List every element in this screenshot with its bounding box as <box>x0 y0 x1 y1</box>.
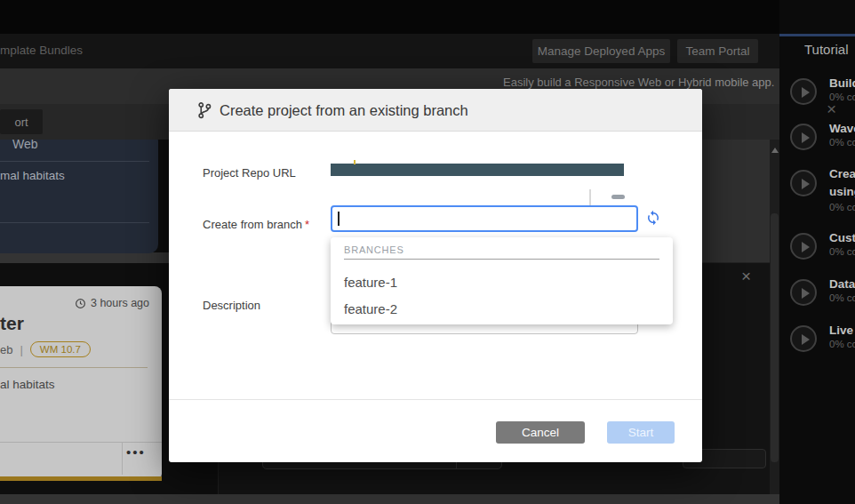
card-timestamp: 3 hours ago <box>75 297 149 309</box>
tagline-text: Easily build a Responsive Web or Hybrid … <box>503 76 774 89</box>
toolbar-button[interactable]: ort <box>0 109 43 134</box>
play-icon <box>790 170 817 196</box>
play-icon <box>790 78 817 105</box>
tutorial-item[interactable]: Live 0% co <box>779 324 855 366</box>
dialog-footer: Cancel Start <box>169 399 702 462</box>
cancel-button[interactable]: Cancel <box>496 421 585 444</box>
tutorial-item[interactable]: Crea using 0% co <box>779 167 855 224</box>
divider <box>0 367 148 368</box>
close-icon[interactable]: × <box>827 100 836 119</box>
more-options-icon[interactable]: ••• <box>126 444 146 460</box>
project-card[interactable]: 3 hours ago ter eb | WM 10.7 al habitats… <box>0 286 162 481</box>
popover-description: mal habitats <box>0 169 65 182</box>
tutorial-title: Cust <box>829 231 855 244</box>
tutorial-title: Wave <box>829 122 855 135</box>
dialog-title: Create project from an existing branch <box>220 89 468 132</box>
project-popover: Web mal habitats <box>0 132 158 253</box>
branches-dropdown: BRANCHES feature-1 feature-2 <box>331 237 673 324</box>
tutorial-sidebar: Tutorial Build 0% co Wave 0% co Crea usi… <box>779 0 855 504</box>
scroll-up-icon[interactable] <box>771 148 779 153</box>
tutorial-item[interactable]: Wave 0% co <box>779 122 855 164</box>
play-icon <box>790 124 817 150</box>
play-icon <box>790 279 817 306</box>
tutorial-progress: 0% co <box>829 292 855 303</box>
dropdown-option-feature-2[interactable]: feature-2 <box>331 296 673 323</box>
description-label: Description <box>203 299 260 312</box>
bottom-strip <box>0 494 779 504</box>
tutorial-item[interactable]: Cust 0% co <box>779 231 855 274</box>
app-screen: Do mplate Bundles Manage Deployed Apps T… <box>0 0 855 504</box>
create-project-dialog: Create project from an existing branch ×… <box>169 89 702 462</box>
play-icon <box>790 325 817 352</box>
divider <box>0 161 149 162</box>
branch-label: Create from branch* <box>203 218 309 231</box>
scrollbar-thumb[interactable] <box>771 213 779 462</box>
git-branch-icon <box>196 101 213 119</box>
divider <box>0 222 149 223</box>
dropdown-option-feature-1[interactable]: feature-1 <box>331 269 673 296</box>
card-meta-row: eb | WM 10.7 <box>0 341 91 357</box>
tutorial-progress: 0% co <box>829 339 855 349</box>
background-band <box>0 252 169 263</box>
tutorial-progress: 0% co <box>829 246 855 257</box>
required-marker: * <box>305 218 309 231</box>
page-scrollbar[interactable] <box>770 140 779 494</box>
card-highlight-border <box>0 476 162 481</box>
tutorial-item[interactable]: Build 0% co <box>779 76 855 119</box>
branch-input[interactable] <box>331 205 638 232</box>
tab-tutorial[interactable]: Tutorial <box>804 42 848 57</box>
scroll-dash-artifact <box>611 195 625 199</box>
divider <box>0 442 162 443</box>
clock-icon <box>75 298 86 309</box>
meta-separator: | <box>20 343 22 356</box>
repo-url-selected-text[interactable] <box>331 164 624 176</box>
close-icon[interactable]: × <box>741 267 751 286</box>
repo-url-label: Project Repo URL <box>203 166 296 180</box>
card-title: ter <box>0 313 24 334</box>
tutorial-item[interactable]: Data 0% co <box>779 277 855 320</box>
refresh-icon[interactable] <box>645 210 661 226</box>
text-cursor <box>338 212 340 226</box>
version-badge: WM 10.7 <box>30 341 91 357</box>
selection-artifact <box>354 160 356 164</box>
tutorial-title: Data <box>829 277 855 291</box>
card-timestamp-text: 3 hours ago <box>91 297 149 309</box>
tutorial-title: Live <box>829 324 853 337</box>
tutorial-progress: 0% co <box>829 202 855 212</box>
dialog-header: Create project from an existing branch × <box>169 89 702 132</box>
tutorial-title: Crea <box>829 167 855 180</box>
card-platform: eb <box>0 343 12 356</box>
play-icon <box>790 233 817 260</box>
tutorial-title: Build <box>829 76 855 90</box>
card-description: al habitats <box>0 378 55 391</box>
top-bar <box>0 0 855 34</box>
branch-label-text: Create from branch <box>203 218 302 231</box>
divider <box>122 442 123 475</box>
tutorial-title: using <box>829 185 855 198</box>
divider <box>344 259 659 260</box>
workspace-label: mplate Bundles <box>0 44 83 57</box>
dropdown-group-header: BRANCHES <box>344 244 404 255</box>
manage-deployed-apps-button[interactable]: Manage Deployed Apps <box>532 39 670 63</box>
tooltip-artifact <box>589 189 591 207</box>
tab-active-indicator <box>779 34 855 36</box>
team-portal-button[interactable]: Team Portal <box>677 39 758 63</box>
start-button[interactable]: Start <box>607 421 675 444</box>
tutorial-progress: 0% co <box>829 137 855 148</box>
